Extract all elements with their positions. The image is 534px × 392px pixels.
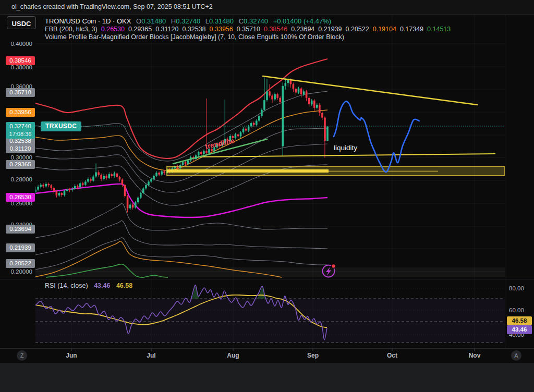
ohlc-close: 0.32740 bbox=[244, 17, 268, 25]
price-axis-label: 0.40000 bbox=[0, 40, 32, 48]
fbb-lower-3 bbox=[35, 238, 327, 270]
fbb-band-value: 0.32538 bbox=[182, 26, 205, 33]
rsi-indicator-title[interactable]: RSI (14, close) 43.46 46.58 bbox=[45, 282, 132, 289]
price-level-badge: 0.35710 bbox=[6, 88, 35, 97]
order-block-extension bbox=[329, 171, 438, 173]
fbb-band-value: 0.14513 bbox=[427, 26, 451, 33]
fbb-band-value: 0.33956 bbox=[210, 26, 233, 33]
auto-scale-button[interactable]: A bbox=[511, 350, 521, 361]
price-level-badge: 0.23694 bbox=[6, 225, 35, 234]
ohlc-open: 0.31480 bbox=[141, 17, 166, 25]
rsi-ma-value: 46.58 bbox=[116, 282, 132, 289]
price-level-badge: 0.31120 bbox=[6, 144, 35, 153]
month-label: Sep bbox=[307, 352, 319, 359]
fbb-band-value: 0.20522 bbox=[346, 26, 369, 33]
fbb-indicator-name[interactable]: FBB (200, hlc3, 3) bbox=[45, 26, 98, 33]
fbb-lower-1 bbox=[35, 203, 327, 238]
footer-bar: TradingView bbox=[0, 363, 534, 392]
tradingview-chart-window: ol_charles created with TradingView.com,… bbox=[0, 0, 534, 392]
gridlines bbox=[35, 15, 505, 348]
descending-trendline[interactable] bbox=[263, 76, 477, 105]
price-axis-label: 0.20000 bbox=[0, 267, 32, 276]
timezone-button[interactable]: Z bbox=[17, 350, 27, 361]
currency-toggle-button[interactable]: USDC bbox=[7, 16, 36, 29]
liquidity-annotation[interactable]: liquidity bbox=[334, 144, 357, 152]
chart-canvas[interactable] bbox=[0, 0, 534, 392]
fbb-band-value: 0.17349 bbox=[400, 26, 423, 33]
price-axis-label: 0.28000 bbox=[0, 175, 32, 183]
ohlc-change: +0.01400 (+4.47%) bbox=[273, 17, 331, 25]
candlesticks bbox=[34, 77, 329, 212]
rsi-value-badge: 43.46 bbox=[507, 325, 532, 334]
fbb-band-value: 0.35710 bbox=[237, 26, 260, 33]
month-label: Aug bbox=[227, 352, 239, 359]
chart-legend: TRON/USD Coin · 1D · OKX O0.31480 H0.327… bbox=[45, 17, 451, 42]
current-price-badge: 0.3274017:08:36 bbox=[6, 122, 35, 139]
main-pane[interactable] bbox=[34, 59, 505, 277]
price-level-badge: 0.21939 bbox=[6, 243, 35, 252]
fbb-band-value: 0.23694 bbox=[291, 26, 314, 33]
price-level-badge: 0.33956 bbox=[6, 108, 35, 117]
month-label: Jun bbox=[66, 352, 77, 359]
rsi-axis-label: 60.00 bbox=[509, 306, 524, 314]
ohlc-low: 0.31480 bbox=[209, 17, 234, 25]
fbb-band-value: 0.26530 bbox=[101, 26, 125, 33]
legend-symbol-row[interactable]: TRON/USD Coin · 1D · OKX O0.31480 H0.327… bbox=[45, 17, 451, 26]
legend-fbb-row[interactable]: FBB (200, hlc3, 3)0.265300.293650.311200… bbox=[45, 26, 451, 34]
fbb-band-value: 0.38546 bbox=[264, 26, 287, 33]
fbb-band-value: 0.29365 bbox=[128, 26, 152, 33]
fbb-band-value: 0.19104 bbox=[373, 26, 396, 33]
month-label: Jul bbox=[147, 352, 155, 359]
price-level-badge: 0.26530 bbox=[6, 193, 35, 202]
symbol-title[interactable]: TRON/USD Coin · 1D · OKX bbox=[45, 17, 131, 25]
symbol-price-tag: TRXUSDC bbox=[41, 121, 81, 131]
fbb-band-value: 0.21939 bbox=[318, 26, 342, 33]
fbb-band-value: 0.31120 bbox=[155, 26, 178, 33]
fbb-lower-magenta bbox=[35, 184, 327, 217]
price-level-badge: 0.29365 bbox=[6, 160, 35, 169]
month-label: Nov bbox=[469, 352, 481, 359]
volume-profile-indicator-name[interactable]: Volume Profile Bar-Magnified Order Block… bbox=[45, 33, 344, 41]
rsi-value-badge: 46.58 bbox=[507, 316, 532, 325]
liquidity-line[interactable] bbox=[199, 154, 495, 157]
order-block-magnified-bar bbox=[167, 169, 329, 173]
rsi-pane[interactable] bbox=[35, 285, 505, 342]
price-level-badge: 0.38546 bbox=[6, 56, 35, 65]
month-label: Oct bbox=[387, 352, 397, 359]
legend-volume-profile-row[interactable]: Volume Profile Bar-Magnified Order Block… bbox=[45, 33, 451, 42]
price-level-badge: 0.20522 bbox=[6, 259, 35, 268]
rsi-value: 43.46 bbox=[94, 282, 110, 289]
ohlc-high: 0.32740 bbox=[176, 17, 200, 25]
rsi-axis-label: 80.00 bbox=[509, 284, 524, 292]
